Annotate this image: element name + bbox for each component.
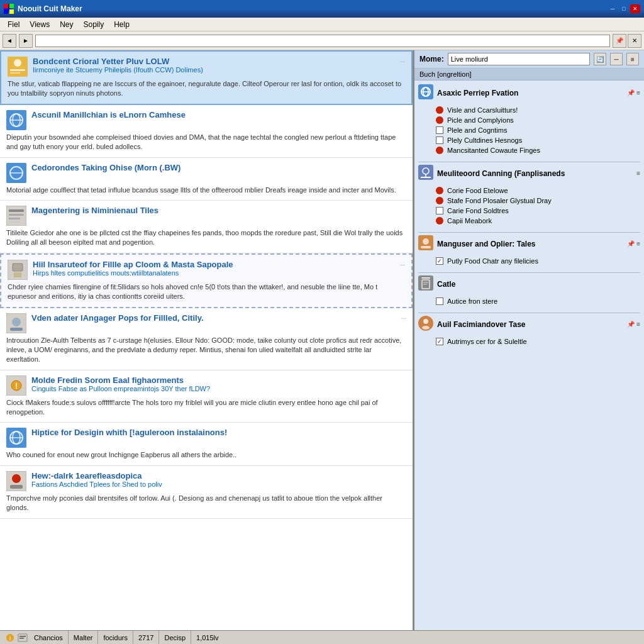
news-body-7: Ciock fMakers foude:s sulovs offffff!arc…: [6, 398, 406, 418]
section1-item1-label: Visle and Ccarsluitturs!: [447, 106, 518, 114]
menu-help[interactable]: Help: [109, 19, 135, 30]
news-title-4[interactable]: Magentering is Niminienaul Tiles: [31, 206, 406, 215]
news-more-6[interactable]: ...: [401, 313, 406, 320]
news-item-5[interactable]: Hiil Insaruteof for Fillle ap Cloom & Ma…: [0, 253, 413, 308]
news-more-5[interactable]: ...: [400, 260, 405, 267]
home-go-button[interactable]: 🔄: [594, 53, 606, 65]
status-decisp-text: Decisp: [164, 634, 186, 641]
checkbox-checked-icon: ✓: [436, 257, 443, 265]
svg-rect-21: [13, 264, 23, 271]
news-title-7[interactable]: Molde Fredin Sorom Eaal fighaorments: [31, 375, 406, 385]
news-item-7[interactable]: ! Molde Fredin Sorom Eaal fighaorments C…: [0, 370, 413, 423]
news-item-2[interactable]: Ascunil Manillchian is eLnorn Camhese Di…: [0, 105, 413, 158]
status-icon-left[interactable]: !: [4, 631, 16, 644]
news-title-5[interactable]: Hiil Insaruteof for Fillle ap Cloom & Ma…: [33, 260, 395, 269]
section2-item-4[interactable]: Capii Meabork: [418, 216, 640, 226]
svg-rect-18: [9, 218, 20, 219]
right-section-1: Asaxic Perriep Fvation 📌 ≡ Visle and Cca…: [418, 84, 640, 155]
section1-pin[interactable]: 📌: [627, 89, 635, 96]
section2-item1-label: Corie Food Etelowe: [447, 187, 508, 194]
status-focidurs-text: focidurs: [103, 634, 128, 641]
toolbar-pin-button[interactable]: 📌: [613, 34, 626, 48]
svg-rect-46: [421, 246, 431, 248]
section1-item-3[interactable]: Plele and Cogntims: [418, 125, 640, 135]
home-settings-button[interactable]: ≡: [626, 53, 639, 65]
section2-item-3[interactable]: Carie Fond Soldtres: [418, 206, 640, 216]
svg-point-34: [12, 474, 21, 483]
home-pin-button[interactable]: ─: [610, 53, 623, 65]
svg-rect-0: [4, 4, 8, 8]
news-more-1[interactable]: ...: [400, 57, 405, 64]
checkbox-icon: [436, 207, 443, 214]
section5-item-1[interactable]: ✓ Autrimys cer for & Suleltle: [418, 336, 640, 347]
close-button[interactable]: ✕: [630, 4, 640, 13]
svg-rect-19: [9, 221, 21, 223]
status-icon-2[interactable]: [16, 631, 29, 644]
toolbar-back-button[interactable]: ◄: [3, 34, 16, 48]
news-item-3[interactable]: Cedorondes Taking Ohise (Morn (.BW) Moto…: [0, 158, 413, 201]
section2-menu[interactable]: ≡: [636, 170, 640, 177]
menu-bar: Fiel Views Ney Sopily Help: [0, 18, 644, 31]
section2-item3-label: Carie Fond Soldtres: [447, 207, 509, 214]
status-chancios: Chancios: [29, 631, 69, 644]
toolbar: ◄ ► 📌 ✕: [0, 31, 644, 50]
news-item-6[interactable]: Vden adater lAngager Pops for Fillled, C…: [0, 308, 413, 370]
toolbar-close-button[interactable]: ✕: [628, 34, 641, 48]
main-container: Bondcent Crioral Yetter Pluv LOLW Iirmco…: [0, 50, 644, 630]
section1-item-1[interactable]: Visle and Ccarsluitturs!: [418, 105, 640, 115]
right-pane: Mome: 🔄 ─ ≡ Buch [ongreltion]: [414, 50, 644, 630]
news-title-2[interactable]: Ascunil Manillchian is eLnorn Camhese: [31, 110, 406, 119]
maximize-button[interactable]: □: [619, 4, 629, 13]
news-icon-7: !: [6, 375, 26, 396]
svg-rect-22: [14, 272, 21, 277]
section5-pin[interactable]: 📌: [627, 321, 635, 328]
section3-item1-label: Putly Food Chatr any filelicies: [447, 257, 538, 265]
news-title-1[interactable]: Bondcent Crioral Yetter Pluv LOLW: [33, 57, 395, 66]
section1-item-4[interactable]: Plely Cultdines Hesnogs: [418, 135, 640, 145]
toolbar-search-input[interactable]: [35, 35, 610, 47]
right-pane-header: Mome: 🔄 ─ ≡: [414, 50, 644, 69]
news-item-1[interactable]: Bondcent Crioral Yetter Pluv LOLW Iirmco…: [0, 50, 413, 105]
section4-item-1[interactable]: Autice fron stere: [418, 296, 640, 306]
section2-item-2[interactable]: Stafe Fond Plosaler Glystual Dray: [418, 196, 640, 206]
section2-item-1[interactable]: Corie Food Etelowe: [418, 186, 640, 196]
section1-menu[interactable]: ≡: [636, 89, 640, 96]
news-item-4[interactable]: Magentering is Niminienaul Tiles Titilei…: [0, 201, 413, 253]
toolbar-forward-button[interactable]: ►: [19, 34, 33, 48]
status-decisp: Decisp: [159, 631, 191, 644]
section5-menu[interactable]: ≡: [636, 321, 640, 328]
svg-rect-6: [10, 69, 25, 71]
news-title-6[interactable]: Vden adater lAngager Pops for Fillled, C…: [31, 313, 396, 323]
section2-item4-label: Capii Meabork: [447, 217, 492, 225]
section3-item-1[interactable]: ✓ Putly Food Chatr any filelicies: [418, 256, 640, 266]
minimize-button[interactable]: ─: [608, 4, 618, 13]
section3-menu[interactable]: ≡: [636, 240, 640, 247]
section1-item2-label: Picle and Complyions: [447, 116, 514, 124]
section2-icon: [418, 165, 433, 182]
status-malter-text: Malter: [74, 634, 93, 641]
svg-point-54: [422, 326, 430, 330]
section3-title: Manguser and Oplier: Tales: [437, 240, 623, 248]
section3-pin[interactable]: 📌: [627, 240, 635, 247]
radio-red-icon: [436, 217, 443, 225]
window-controls[interactable]: ─ □ ✕: [608, 4, 640, 13]
divider-3: [418, 272, 640, 273]
menu-sopily[interactable]: Sopily: [78, 19, 109, 30]
title-bar: Noouit Cuit Maker ─ □ ✕: [0, 0, 644, 18]
svg-rect-58: [19, 636, 26, 637]
menu-fiel[interactable]: Fiel: [3, 19, 25, 30]
home-url-input[interactable]: [448, 53, 590, 65]
svg-text:!: !: [9, 635, 11, 641]
menu-views[interactable]: Views: [25, 19, 55, 30]
svg-rect-59: [19, 638, 24, 639]
section1-item-5[interactable]: Mancsitanted Cowaute Finges: [418, 145, 640, 155]
section1-item-2[interactable]: Picle and Complyions: [418, 115, 640, 125]
news-title-3[interactable]: Cedorondes Taking Ohise (Morn (.BW): [31, 163, 406, 172]
news-title-8[interactable]: Hiptice for Desigin whith [!aguleroon in…: [31, 428, 406, 437]
news-icon-9: [6, 471, 26, 491]
news-item-8[interactable]: Hiptice for Desigin whith [!aguleroon in…: [0, 423, 413, 465]
menu-ney[interactable]: Ney: [55, 19, 78, 30]
news-title-9[interactable]: Hew:-dalrk 1earefleasdopica: [31, 471, 406, 480]
news-item-9[interactable]: Hew:-dalrk 1earefleasdopica Fastions Asc…: [0, 466, 413, 519]
svg-rect-17: [9, 214, 24, 216]
